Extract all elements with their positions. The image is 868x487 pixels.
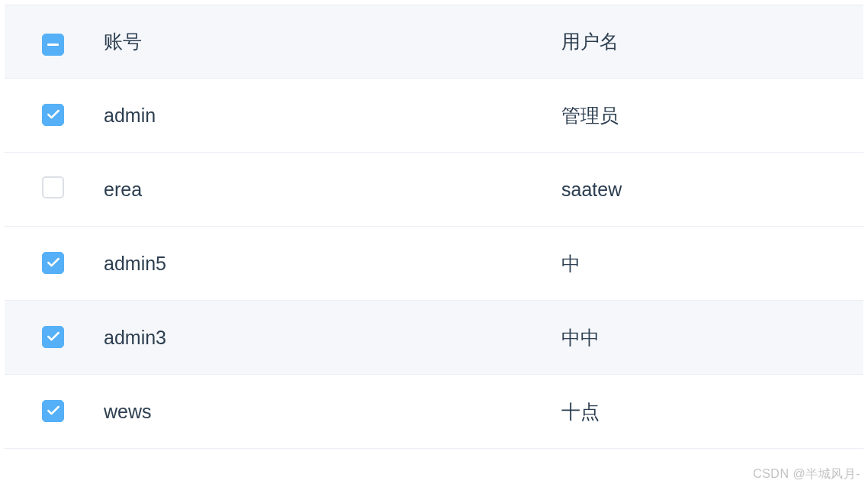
row-checkbox[interactable]	[42, 176, 64, 198]
table-row[interactable]: admin 管理员	[5, 79, 863, 153]
row-checkbox[interactable]	[42, 252, 64, 274]
table-row[interactable]: admin3 中中	[5, 301, 863, 375]
check-icon	[46, 255, 61, 270]
row-checkbox[interactable]	[42, 104, 64, 126]
account-cell: admin3	[104, 301, 561, 375]
table-header-row: 账号 用户名	[5, 5, 863, 79]
check-icon	[46, 107, 61, 122]
username-cell: 管理员	[561, 79, 863, 153]
account-cell: admin	[104, 79, 561, 153]
user-table: 账号 用户名 admin 管理员 erea saatew	[5, 5, 863, 449]
row-checkbox[interactable]	[42, 400, 64, 422]
account-cell: wews	[104, 375, 561, 449]
row-checkbox[interactable]	[42, 326, 64, 348]
check-icon	[46, 329, 61, 344]
table-row[interactable]: wews 十点	[5, 375, 863, 449]
watermark: CSDN @半城风月-	[753, 466, 860, 482]
select-all-checkbox[interactable]	[42, 34, 64, 56]
username-cell: 中	[561, 227, 863, 301]
table-body: admin 管理员 erea saatew admin5 中	[5, 79, 863, 449]
account-cell: admin5	[104, 227, 561, 301]
account-cell: erea	[104, 153, 561, 227]
minus-icon	[47, 44, 59, 46]
table-row[interactable]: admin5 中	[5, 227, 863, 301]
table-row[interactable]: erea saatew	[5, 153, 863, 227]
header-username[interactable]: 用户名	[561, 5, 863, 79]
check-icon	[46, 403, 61, 418]
header-account[interactable]: 账号	[104, 5, 561, 79]
header-checkbox-cell	[5, 5, 104, 79]
username-cell: 十点	[561, 375, 863, 449]
username-cell: saatew	[561, 153, 863, 227]
username-cell: 中中	[561, 301, 863, 375]
